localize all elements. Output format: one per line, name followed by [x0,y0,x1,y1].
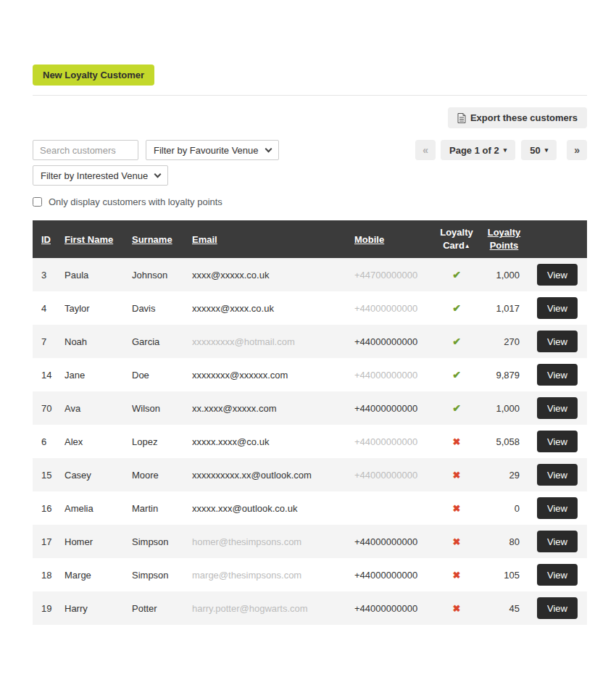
header-loyalty-points[interactable]: Loyalty Points [488,226,521,252]
cell-id: 4 [33,291,64,325]
cell-loyalty-points: 1,000 [477,258,531,291]
section-divider [33,95,587,96]
view-button[interactable]: View [537,564,578,586]
cell-surname: Doe [132,358,192,391]
check-icon: ✔ [452,369,461,381]
cell-loyalty-points: 45 [477,591,531,625]
header-id[interactable]: ID [41,234,51,245]
view-button[interactable]: View [537,531,578,552]
cell-first-name: Ava [64,391,132,425]
header-loyalty-card-line1: Loyalty [440,227,473,238]
cell-mobile: +44000000000 [354,325,436,358]
export-customers-button[interactable]: Export these customers [448,107,587,128]
loyalty-points-checkbox-label: Only display customers with loyalty poin… [49,196,222,207]
view-button[interactable]: View [537,397,578,419]
cell-loyalty-card: ✔ [436,391,477,425]
loyalty-customers-page: New Loyalty Customer Export these custom… [33,0,587,625]
cell-email: xxxxxxxxxx.xx@outlook.com [192,458,354,491]
mobile-value: +44000000000 [354,470,417,481]
cell-loyalty-points: 270 [477,325,531,358]
cell-id: 18 [33,558,64,591]
loyalty-points-checkbox[interactable] [33,197,42,207]
view-button[interactable]: View [537,297,578,319]
cell-mobile [354,491,436,525]
header-loyalty-card[interactable]: Loyalty Card▲ [440,226,473,252]
page-size-selector-button[interactable]: 50 ▾ [521,140,557,160]
header-email[interactable]: Email [192,234,217,245]
header-loyalty-points-line1: Loyalty [488,227,521,238]
view-button[interactable]: View [537,264,578,286]
page-size-label: 50 [530,145,540,156]
check-icon: ✔ [452,336,461,347]
cell-email: xxxxxx@xxxx.co.uk [192,291,354,325]
caret-down-icon: ▾ [504,146,507,154]
view-button[interactable]: View [537,597,578,619]
interested-venue-select[interactable]: Filter by Interested Venue [33,165,168,186]
cell-email: xx.xxxx@xxxxx.com [192,391,354,425]
mobile-value: +44000000000 [354,436,417,447]
cell-first-name: Paula [64,258,132,291]
cell-email: homer@thesimpsons.com [192,525,354,558]
email-value: xxxxxxxxxx.xx@outlook.com [192,470,312,481]
header-first-name[interactable]: First Name [64,234,113,245]
interested-venue-selected-value: Filter by Interested Venue [41,170,148,181]
sort-ascending-icon: ▲ [465,243,470,249]
cell-id: 19 [33,591,64,625]
search-input[interactable] [33,140,138,160]
header-mobile[interactable]: Mobile [354,234,384,245]
cell-loyalty-points: 0 [477,491,531,525]
cell-mobile: +44000000000 [354,458,436,491]
cell-loyalty-card: ✖ [436,558,477,591]
header-loyalty-points-line2: Points [490,240,519,251]
cell-first-name: Harry [64,591,132,625]
cross-icon: ✖ [453,436,461,447]
loyalty-points-filter[interactable]: Only display customers with loyalty poin… [33,196,587,207]
cell-loyalty-card: ✔ [436,358,477,391]
view-button[interactable]: View [537,497,578,519]
controls-row: Filter by Favourite Venue « Page 1 of 2 … [33,140,587,160]
cell-view: View [531,558,587,591]
view-button[interactable]: View [537,364,578,386]
prev-page-button[interactable]: « [415,140,436,160]
cell-email: xxxx@xxxxx.co.uk [192,258,354,291]
cell-surname: Wilson [132,391,192,425]
cell-mobile: +44000000000 [354,558,436,591]
mobile-value: +44000000000 [354,570,417,581]
cell-mobile: +44000000000 [354,291,436,325]
mobile-value: +44000000000 [354,603,417,614]
email-value: homer@thesimpsons.com [192,536,301,547]
cell-mobile: +44000000000 [354,525,436,558]
table-row: 16 Amelia Martin xxxxx.xxx@outlook.co.uk… [33,491,587,525]
next-page-button[interactable]: » [567,140,587,160]
email-value: xxxxx.xxxx@co.uk [192,436,269,447]
table-row: 4 Taylor Davis xxxxxx@xxxx.co.uk +440000… [33,291,587,325]
cell-surname: Potter [132,591,192,625]
favourite-venue-select[interactable]: Filter by Favourite Venue [146,140,279,160]
header-surname[interactable]: Surname [132,234,172,245]
email-value: xxxxx.xxx@outlook.co.uk [192,503,297,514]
view-button[interactable]: View [537,331,578,352]
cell-view: View [531,491,587,525]
second-filter-row: Filter by Interested Venue [33,165,587,186]
page-selector-button[interactable]: Page 1 of 2 ▾ [441,140,515,160]
cell-email: xxxxx.xxxx@co.uk [192,425,354,458]
cell-loyalty-points: 105 [477,558,531,591]
cell-first-name: Marge [64,558,132,591]
cell-email: xxxxxxxxx@hotmail.com [192,325,354,358]
cell-first-name: Amelia [64,491,132,525]
view-button[interactable]: View [537,431,578,452]
cell-view: View [531,325,587,358]
view-button[interactable]: View [537,464,578,486]
new-loyalty-customer-button[interactable]: New Loyalty Customer [33,65,154,86]
table-row: 14 Jane Doe xxxxxxxx@xxxxxx.com +4400000… [33,358,587,391]
table-row: 7 Noah Garcia xxxxxxxxx@hotmail.com +440… [33,325,587,358]
cell-surname: Garcia [132,325,192,358]
cell-loyalty-card: ✖ [436,525,477,558]
cell-first-name: Alex [64,425,132,458]
cell-email: xxxxxxxx@xxxxxx.com [192,358,354,391]
email-value: xxxxxxxx@xxxxxx.com [192,370,288,381]
export-row: Export these customers [33,107,587,128]
check-icon: ✔ [452,402,461,414]
cell-first-name: Casey [64,458,132,491]
cell-id: 70 [33,391,64,425]
